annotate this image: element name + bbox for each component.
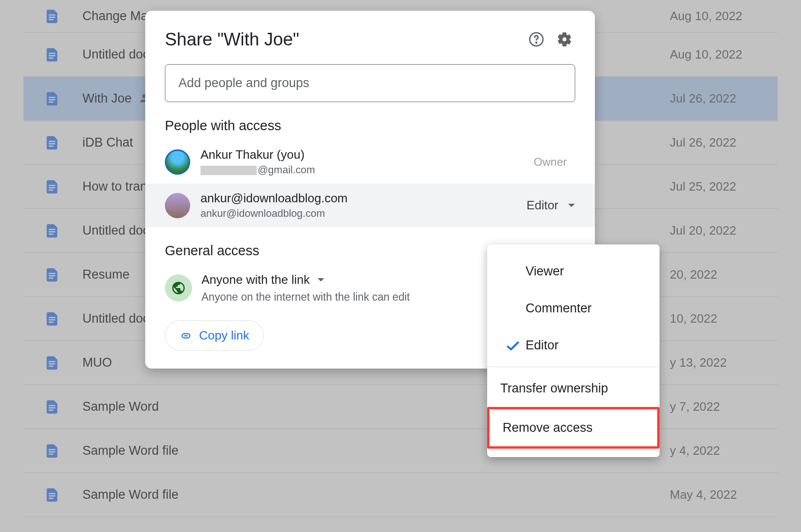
svg-rect-27 (49, 363, 55, 364)
file-date: y 4, 2022 (670, 443, 764, 458)
svg-rect-22 (49, 277, 53, 279)
svg-rect-5 (49, 57, 53, 59)
owner-role-label: Owner (534, 155, 567, 169)
doc-icon (44, 91, 60, 107)
svg-rect-33 (49, 451, 55, 452)
avatar (165, 149, 190, 175)
role-menu: Viewer Commenter Editor Transfer ownersh… (487, 244, 660, 457)
gear-icon[interactable] (554, 29, 575, 50)
person-row-editor: ankur@idownloadblog.com ankur@idownloadb… (145, 184, 595, 227)
menu-item-remove-access[interactable]: Remove access (487, 407, 660, 449)
general-access-sub: Anyone on the internet with the link can… (201, 291, 410, 303)
svg-rect-7 (49, 99, 55, 100)
chevron-down-icon (317, 278, 325, 282)
doc-icon (44, 487, 60, 503)
menu-item-transfer-ownership[interactable]: Transfer ownership (487, 370, 660, 407)
doc-icon (44, 355, 60, 371)
editor-email: ankur@idownloadblog.com (200, 207, 527, 220)
svg-rect-8 (49, 101, 53, 103)
svg-rect-23 (49, 317, 55, 318)
file-row[interactable]: Sample Word filey 4, 2022 (23, 429, 778, 473)
doc-icon (44, 311, 60, 327)
owner-name: Ankur Thakur (you) (200, 148, 534, 162)
person-row-owner: Ankur Thakur (you) @gmail.com Owner (145, 140, 595, 184)
svg-rect-30 (49, 407, 55, 408)
owner-email: @gmail.com (200, 164, 534, 176)
svg-point-39 (535, 42, 537, 43)
svg-rect-37 (49, 497, 53, 499)
file-date: Jul 25, 2022 (670, 179, 764, 194)
svg-rect-19 (49, 233, 53, 235)
svg-rect-12 (49, 143, 55, 144)
svg-rect-3 (49, 52, 55, 54)
menu-item-viewer[interactable]: Viewer (487, 253, 660, 290)
editor-name: ankur@idownloadblog.com (200, 191, 527, 206)
svg-rect-18 (49, 231, 55, 232)
file-name: Sample Word file (82, 488, 670, 502)
svg-rect-24 (49, 319, 55, 320)
svg-rect-2 (49, 19, 53, 20)
doc-icon (44, 47, 60, 63)
svg-rect-17 (49, 229, 55, 230)
svg-rect-4 (49, 55, 55, 56)
doc-icon (44, 8, 60, 24)
svg-rect-13 (49, 145, 53, 147)
svg-rect-6 (49, 96, 55, 98)
doc-icon (44, 223, 60, 239)
avatar (165, 193, 190, 218)
svg-rect-31 (49, 409, 53, 411)
menu-item-commenter[interactable]: Commenter (487, 290, 660, 327)
file-date: Aug 10, 2022 (670, 47, 764, 62)
svg-rect-15 (49, 187, 55, 188)
file-date: y 7, 2022 (670, 399, 764, 414)
svg-rect-25 (49, 321, 53, 323)
svg-rect-16 (49, 189, 53, 191)
role-dropdown-button[interactable]: Editor (527, 198, 575, 213)
svg-rect-28 (49, 365, 53, 367)
check-icon (500, 340, 526, 351)
doc-icon (44, 399, 60, 415)
file-date: Jul 20, 2022 (670, 223, 764, 238)
svg-rect-20 (49, 273, 55, 274)
doc-icon (44, 135, 60, 151)
general-access-dropdown[interactable]: Anyone with the link (201, 273, 410, 287)
svg-rect-21 (49, 275, 55, 276)
file-row[interactable]: Sample Wordy 7, 2022 (23, 385, 778, 429)
svg-rect-26 (49, 361, 55, 362)
svg-rect-34 (49, 453, 53, 455)
file-date: Jul 26, 2022 (670, 135, 764, 150)
svg-rect-11 (49, 140, 55, 142)
dialog-title: Share "With Joe" (165, 30, 519, 50)
people-with-access-heading: People with access (145, 102, 595, 140)
globe-icon (165, 274, 192, 302)
svg-rect-0 (49, 14, 55, 15)
chevron-down-icon (568, 203, 575, 208)
doc-icon (44, 179, 60, 195)
menu-item-editor[interactable]: Editor (487, 327, 660, 364)
doc-icon (44, 443, 60, 459)
svg-rect-32 (49, 449, 55, 450)
copy-link-button[interactable]: Copy link (165, 320, 264, 351)
help-icon[interactable] (526, 29, 547, 50)
svg-rect-36 (49, 495, 55, 496)
file-date: 20, 2022 (670, 267, 764, 282)
link-icon (179, 329, 193, 342)
file-date: 10, 2022 (670, 311, 764, 326)
menu-divider (487, 367, 660, 367)
svg-rect-1 (49, 16, 55, 18)
svg-rect-29 (49, 405, 55, 406)
file-date: y 13, 2022 (670, 355, 764, 370)
svg-rect-14 (49, 185, 55, 186)
file-date: Aug 10, 2022 (670, 9, 764, 23)
add-people-input[interactable]: Add people and groups (165, 64, 575, 102)
file-date: Jul 26, 2022 (670, 91, 764, 106)
doc-icon (44, 267, 60, 283)
svg-rect-35 (49, 493, 55, 494)
file-date: May 4, 2022 (670, 488, 764, 502)
file-row[interactable]: Sample Word fileMay 4, 2022 (23, 473, 778, 517)
